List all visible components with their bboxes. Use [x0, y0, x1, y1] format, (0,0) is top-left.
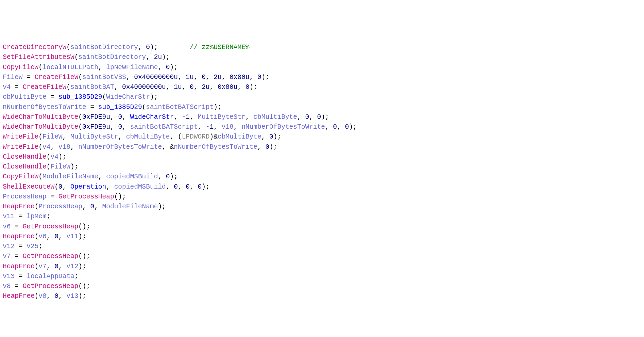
token-num: 0	[186, 183, 190, 191]
token-var: saintBotBAT	[70, 83, 114, 91]
code-line: WriteFile(v4, v18, nNumberOfBytesToWrite…	[3, 142, 641, 152]
token-num: 0xFDE9u	[82, 123, 110, 131]
token-punct: ,	[98, 173, 106, 180]
token-punct: ();	[78, 253, 90, 260]
token-num: 1u	[174, 83, 182, 91]
token-var: nNumberOfBytesToWrite	[3, 103, 86, 111]
token-punct: );	[170, 173, 178, 180]
token-punct: =	[11, 253, 22, 260]
token-punct: (	[38, 64, 43, 71]
token-punct: ,	[114, 83, 122, 91]
token-var: v7	[38, 263, 46, 270]
code-line: v4 = CreateFileW(saintBotBAT, 0x40000000…	[3, 82, 641, 92]
token-punct: &	[170, 143, 174, 151]
token-fn: ShellExecuteW	[3, 183, 54, 191]
token-var: MultiByteStr	[70, 133, 118, 141]
token-fn: CopyFileW	[3, 173, 38, 180]
code-line: CopyFileW(ModuleFileName, copiedMSBuild,…	[3, 172, 641, 182]
token-punct: (	[38, 143, 43, 151]
token-punct: );	[170, 64, 178, 71]
token-var: ProcessHeap	[38, 203, 82, 210]
token-var: v25	[27, 243, 38, 250]
token-num: 0	[166, 173, 170, 180]
token-num: 0x80u	[218, 83, 238, 91]
token-punct: );	[158, 203, 166, 210]
token-var: v4	[43, 143, 50, 151]
token-punct: ,	[110, 123, 118, 131]
token-punct: (	[78, 123, 82, 131]
token-var: v7	[3, 253, 11, 260]
token-punct: (	[66, 83, 70, 91]
token-punct: ,	[214, 123, 221, 131]
token-fn: CloseHandle	[3, 163, 47, 171]
token-fn: GetProcessHeap	[23, 253, 79, 260]
token-var: saintBotDirectory	[70, 44, 138, 51]
token-punct: ();	[78, 283, 90, 290]
token-punct: (	[47, 163, 51, 171]
token-var: lpMem	[27, 213, 47, 220]
token-num: 2u	[154, 53, 162, 61]
token-punct: );	[321, 113, 329, 121]
token-fn: GetProcessHeap	[58, 193, 114, 200]
token-var: MultiByteStr	[198, 113, 245, 121]
token-punct: ,	[126, 74, 134, 81]
token-var: v4	[50, 153, 58, 161]
token-num: -1	[182, 113, 190, 121]
token-var: cbMultiByte	[126, 133, 170, 141]
token-punct: ,	[297, 113, 305, 121]
token-punct: ,	[47, 233, 54, 240]
token-punct: ,	[210, 83, 218, 91]
token-punct: ();	[78, 223, 90, 230]
token-punct: (	[78, 113, 82, 121]
token-punct: );	[150, 93, 158, 101]
token-punct: );	[70, 163, 78, 171]
token-punct: ,	[182, 83, 190, 91]
token-punct: (	[78, 74, 82, 81]
token-var: cbMultiByte	[253, 113, 297, 121]
token-punct: ,	[162, 143, 170, 151]
token-punct: ,	[190, 113, 198, 121]
token-num: 0	[245, 83, 250, 91]
token-num: 0x40000000u	[122, 83, 166, 91]
token-num: 2u	[214, 74, 221, 81]
token-var: saintBotBATScript	[146, 103, 214, 111]
token-var: nNumberOfBytesToWrite	[78, 143, 162, 151]
token-punct: );	[78, 292, 86, 300]
token-var: v8	[3, 283, 11, 290]
token-punct: (	[38, 173, 43, 180]
token-num: -1	[206, 123, 214, 131]
token-var: v18	[222, 123, 234, 131]
token-punct: ,	[58, 292, 66, 300]
token-fn: WideCharToMultiByte	[3, 123, 78, 131]
token-var: ModuleFileName	[102, 203, 158, 210]
token-punct: ,	[190, 183, 198, 191]
token-var: v6	[3, 223, 11, 230]
token-punct: ,	[138, 44, 146, 51]
token-punct: (	[35, 233, 39, 240]
token-punct: (	[66, 44, 70, 51]
code-line: WideCharToMultiByte(0xFDE9u, 0, WideChar…	[3, 112, 641, 122]
token-punct: ,	[222, 74, 230, 81]
code-line: CopyFileW(localNTDLLPath, lpNewFileName,…	[3, 63, 641, 73]
token-punct: ,	[206, 74, 214, 81]
token-punct: )&	[210, 133, 218, 141]
token-kw: Operation	[70, 183, 106, 191]
token-var: v13	[3, 273, 15, 280]
token-num: 0x40000000u	[134, 74, 178, 81]
token-num: 0	[118, 113, 122, 121]
token-var: v11	[66, 233, 78, 240]
token-var: ProcessHeap	[3, 193, 47, 200]
token-punct: );	[150, 44, 190, 51]
code-line: HeapFree(v8, 0, v13);	[3, 291, 641, 301]
token-punct: ,	[58, 233, 66, 240]
token-type: LPDWORD	[182, 133, 210, 141]
token-var: nNumberOfBytesToWrite	[174, 143, 257, 151]
token-punct: ;	[74, 273, 79, 280]
token-punct: (	[102, 93, 106, 101]
token-punct: ,	[118, 133, 126, 141]
token-num: 0	[54, 292, 58, 300]
token-num: 0	[54, 233, 58, 240]
token-var: cbMultiByte	[218, 133, 261, 141]
token-num: 0	[317, 113, 321, 121]
token-fn: CreateFileW	[23, 83, 67, 91]
